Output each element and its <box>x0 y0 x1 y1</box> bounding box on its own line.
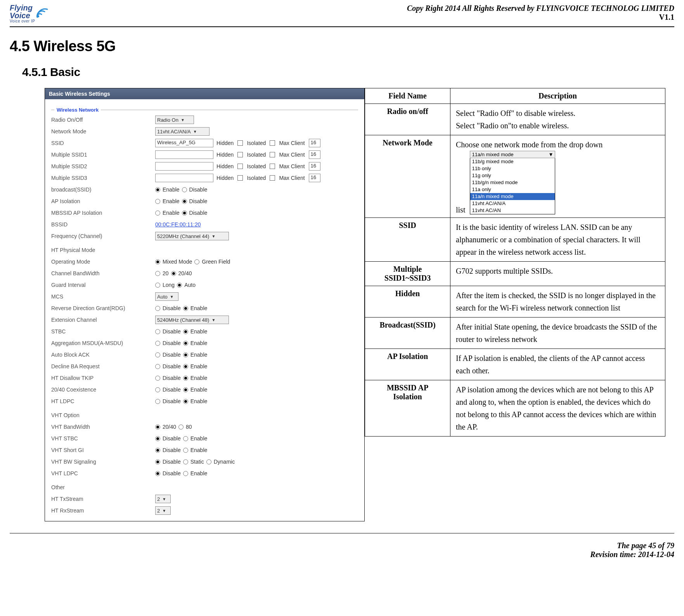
freq-select[interactable]: 5220MHz (Channel 44)▼ <box>155 232 229 240</box>
vht_sgi-enable-radio[interactable] <box>183 448 188 453</box>
mssid1-isolated-checkbox[interactable] <box>270 152 275 157</box>
mssid1-label: Multiple SSID1 <box>51 152 152 158</box>
tkip-enable-radio[interactable] <box>183 376 188 381</box>
mssid2-input[interactable] <box>155 162 213 171</box>
vht_bw-label: VHT BandWidth <box>51 424 152 430</box>
subsection-heading: 4.5.1 Basic <box>22 66 674 79</box>
broadcast-disable-radio[interactable] <box>182 187 187 192</box>
vht_bws-disable-radio[interactable] <box>155 459 160 464</box>
ap_iso-enable-radio[interactable] <box>155 199 160 204</box>
mssid3-input[interactable] <box>155 174 213 182</box>
ext_ch-select[interactable]: 5240MHz (Channel 48)▼ <box>155 316 229 324</box>
ssid-maxclient-input[interactable]: 16 <box>309 139 320 147</box>
mbssid_iso-enable-radio[interactable] <box>155 211 160 216</box>
abck-disable-radio[interactable] <box>155 352 160 357</box>
guard-auto-radio[interactable] <box>177 283 182 288</box>
vht_sgi-disable-radio[interactable] <box>155 448 160 453</box>
mssid1-maxclient-input[interactable]: 16 <box>309 150 320 159</box>
version-text: V1.1 <box>407 13 674 22</box>
ch_bw-20-radio[interactable] <box>155 271 160 276</box>
description-table: Field Name Description Radio on/offSelec… <box>365 88 665 437</box>
copyright-block: Copy Right 2014 All Rights Reserved by F… <box>407 4 674 22</box>
ht_header-header: HT Physical Mode <box>51 244 358 256</box>
mcs-label: MCS <box>51 293 152 300</box>
vht_stbc-label: VHT STBC <box>51 435 152 442</box>
section-heading: 4.5 Wireless 5G <box>10 38 674 55</box>
broadcast-enable-radio[interactable] <box>155 187 160 192</box>
coex-enable-radio[interactable] <box>183 387 188 392</box>
op_mode-greenfield-radio[interactable] <box>194 259 199 264</box>
description-cell: After initial State opening, the device … <box>450 317 665 349</box>
mssid1-input[interactable] <box>155 150 213 159</box>
network-mode-select[interactable]: 11vht AC/AN/A▼ <box>155 127 210 136</box>
vht_ldpc-enable-radio[interactable] <box>183 471 188 476</box>
vht_stbc-disable-radio[interactable] <box>155 436 160 441</box>
mssid2-isolated-checkbox[interactable] <box>270 164 275 169</box>
amsdu-enable-radio[interactable] <box>183 341 188 346</box>
ssid-label: SSID <box>51 140 152 146</box>
stbc-disable-radio[interactable] <box>155 329 160 334</box>
rdg-disable-radio[interactable] <box>155 306 160 311</box>
radio-onoff-select[interactable]: Radio On▼ <box>155 116 194 124</box>
abck-enable-radio[interactable] <box>183 352 188 357</box>
logo-subtext: Voice over IP <box>10 19 35 23</box>
fieldset-label: Wireless Network <box>54 106 101 114</box>
vht_bws-dynamic-radio[interactable] <box>206 459 211 464</box>
tkip-disable-radio[interactable] <box>155 376 160 381</box>
rdg-enable-radio[interactable] <box>183 306 188 311</box>
ch_bw-2040-radio[interactable] <box>171 271 176 276</box>
description-cell: Select "Radio Off" to disable wireless.S… <box>450 104 665 135</box>
bssid-label: BSSID <box>51 221 152 228</box>
field-name-cell: Network Mode <box>365 135 450 218</box>
ldpc-disable-radio[interactable] <box>155 399 160 404</box>
ap_iso-label: AP Isolation <box>51 198 152 204</box>
mssid3-maxclient-input[interactable]: 16 <box>309 174 320 182</box>
bssid-value: 00:0C:FE:00:11:20 <box>155 221 201 228</box>
htrx-select[interactable]: 2▼ <box>155 506 171 515</box>
vht_stbc-enable-radio[interactable] <box>183 436 188 441</box>
op_mode-mixedmode-radio[interactable] <box>155 259 160 264</box>
desc-th-desc: Description <box>450 88 665 104</box>
chevron-down-icon: ▼ <box>162 509 166 513</box>
chevron-down-icon: ▼ <box>162 497 166 501</box>
stbc-enable-radio[interactable] <box>183 329 188 334</box>
rdg-label: Reverse Direction Grant(RDG) <box>51 305 152 311</box>
vht_header-header: VHT Option <box>51 409 358 421</box>
chevron-down-icon: ▼ <box>193 129 197 134</box>
ldpc-enable-radio[interactable] <box>183 399 188 404</box>
chevron-down-icon: ▼ <box>549 152 554 157</box>
logo-text-1: Flying <box>10 4 35 12</box>
mcs-select[interactable]: Auto▼ <box>155 292 178 301</box>
vht_bw-2040-radio[interactable] <box>155 424 160 430</box>
vht_ldpc-label: VHT LDPC <box>51 470 152 476</box>
amsdu-disable-radio[interactable] <box>155 341 160 346</box>
httx-select[interactable]: 2▼ <box>155 495 171 503</box>
dba-enable-radio[interactable] <box>183 364 188 369</box>
ssid-input[interactable]: Wireless_AP_5G <box>155 139 213 147</box>
guard-long-radio[interactable] <box>155 283 160 288</box>
table-row: SSIDIt is the basic identity of wireless… <box>365 218 665 262</box>
coex-disable-radio[interactable] <box>155 387 160 392</box>
table-row: Radio on/offSelect "Radio Off" to disabl… <box>365 104 665 135</box>
table-row: AP IsolationIf AP isolation is enabled, … <box>365 349 665 380</box>
vht_bws-static-radio[interactable] <box>183 459 188 464</box>
ssid-maxclient-label: Max Client <box>279 140 305 146</box>
mssid3-isolated-checkbox[interactable] <box>270 175 275 181</box>
mssid2-label: Multiple SSID2 <box>51 163 152 169</box>
mssid2-hidden-checkbox[interactable] <box>237 164 243 169</box>
chevron-down-icon: ▼ <box>170 295 174 299</box>
table-row: Broadcast(SSID)After initial State openi… <box>365 317 665 349</box>
mssid2-maxclient-input[interactable]: 16 <box>309 162 320 171</box>
chevron-down-icon: ▼ <box>181 118 185 122</box>
vht_ldpc-disable-radio[interactable] <box>155 471 160 476</box>
vht_bw-80-radio[interactable] <box>178 424 184 430</box>
field-name-cell: MBSSID APIsolation <box>365 380 450 437</box>
mssid1-hidden-checkbox[interactable] <box>237 152 243 157</box>
mbssid_iso-disable-radio[interactable] <box>182 211 187 216</box>
ext_ch-label: Extension Channel <box>51 317 152 323</box>
mssid3-hidden-checkbox[interactable] <box>237 175 243 181</box>
ap_iso-disable-radio[interactable] <box>182 199 187 204</box>
ssid-hidden-checkbox[interactable] <box>237 140 243 146</box>
ssid-isolated-checkbox[interactable] <box>270 140 275 146</box>
dba-disable-radio[interactable] <box>155 364 160 369</box>
